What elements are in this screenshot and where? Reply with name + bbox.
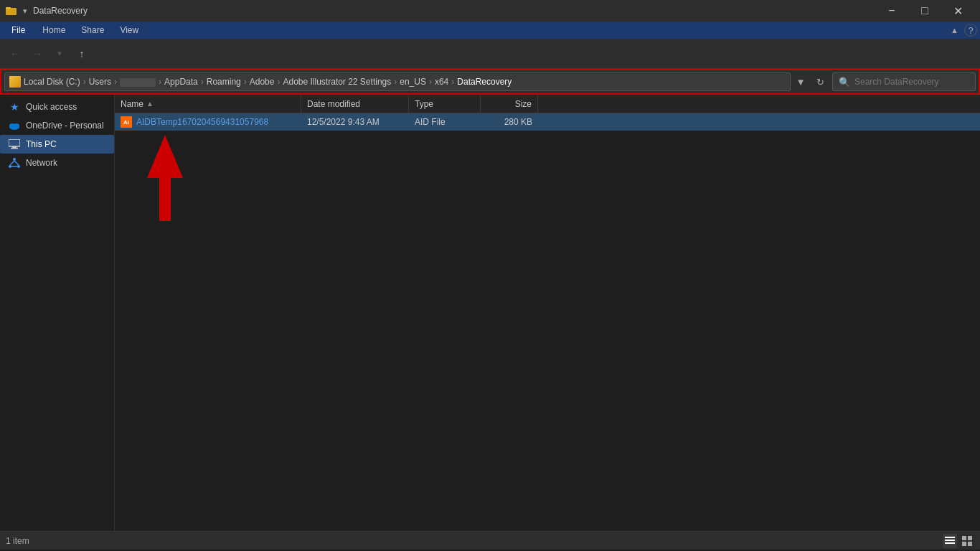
svg-rect-15 — [945, 537, 955, 538]
recent-locations-button[interactable]: ▼ — [49, 43, 70, 65]
svg-rect-5 — [9, 139, 20, 146]
maximize-button[interactable]: □ — [908, 0, 941, 22]
ribbon-tab-share[interactable]: Share — [74, 23, 111, 37]
status-bar: 1 item — [0, 531, 980, 550]
sidebar-this-pc-label: This PC — [26, 139, 57, 149]
file-cell-name: Ai AIDBTemp1670204569431057968 — [115, 113, 301, 131]
ribbon-chevron[interactable]: ▲ — [946, 26, 963, 34]
column-size-label: Size — [515, 99, 532, 109]
column-header-row: Name ▲ Date modified Type Size — [115, 95, 980, 113]
file-date: 12/5/2022 9:43 AM — [307, 117, 380, 127]
path-part-ai-settings: Adobe Illustrator 22 Settings — [283, 77, 391, 87]
svg-rect-18 — [962, 536, 966, 540]
svg-point-8 — [13, 158, 16, 161]
large-icons-view-button[interactable] — [960, 534, 974, 548]
column-header-size[interactable]: Size — [481, 95, 538, 113]
file-list: Ai AIDBTemp1670204569431057968 12/5/2022… — [115, 113, 980, 131]
svg-rect-6 — [12, 146, 17, 148]
title-bar-dropdown: ▾ — [23, 6, 27, 16]
path-part-current: DataRecovery — [457, 77, 512, 87]
sidebar-item-network[interactable]: Network — [0, 154, 114, 172]
path-part-appdata: AppData — [164, 77, 198, 87]
path-part-2: Users — [89, 77, 111, 87]
sidebar-item-this-pc[interactable]: This PC — [0, 135, 114, 154]
file-cell-date: 12/5/2022 9:43 AM — [301, 113, 409, 131]
file-name: AIDBTemp1670204569431057968 — [136, 117, 268, 127]
svg-line-12 — [14, 161, 19, 165]
file-type: AID File — [415, 117, 446, 127]
search-box[interactable]: 🔍 — [832, 72, 976, 91]
svg-rect-17 — [945, 542, 955, 544]
title-bar-left: ▾ DataRecovery — [6, 5, 88, 17]
sidebar-onedrive-label: OneDrive - Personal — [26, 121, 104, 131]
search-input[interactable] — [854, 77, 969, 87]
sidebar-quick-access-label: Quick access — [26, 102, 77, 112]
svg-rect-20 — [962, 542, 966, 546]
pc-icon — [9, 138, 20, 150]
title-bar: ▾ DataRecovery − □ ✕ — [0, 0, 980, 22]
title-folder-icon — [6, 5, 17, 17]
svg-rect-1 — [6, 7, 11, 9]
address-bar[interactable]: Local Disk (C:) › Users › › AppData › Ro… — [4, 72, 791, 91]
main-layout: ★ Quick access OneDrive - Personal — [0, 95, 980, 531]
sort-arrow-icon: ▲ — [146, 100, 154, 108]
close-button[interactable]: ✕ — [941, 0, 974, 22]
column-name-label: Name — [121, 99, 143, 109]
path-part-locale: en_US — [400, 77, 426, 87]
address-bar-container: Local Disk (C:) › Users › › AppData › Ro… — [0, 69, 980, 95]
network-icon — [9, 157, 20, 169]
ribbon-help[interactable]: ? — [964, 24, 977, 37]
sidebar-item-quick-access[interactable]: ★ Quick access — [0, 98, 114, 116]
address-path: Local Disk (C:) › Users › › AppData › Ro… — [24, 77, 512, 87]
column-header-date[interactable]: Date modified — [301, 95, 409, 113]
title-text: DataRecovery — [33, 6, 88, 16]
path-part-adobe: Adobe — [250, 77, 275, 87]
back-button[interactable]: ← — [4, 43, 26, 65]
column-header-type[interactable]: Type — [409, 95, 481, 113]
svg-rect-21 — [968, 542, 972, 546]
svg-line-11 — [10, 161, 14, 165]
details-view-button[interactable] — [943, 534, 957, 548]
svg-point-4 — [14, 123, 19, 128]
sidebar-item-onedrive[interactable]: OneDrive - Personal — [0, 116, 114, 135]
ribbon-tab-view[interactable]: View — [113, 23, 146, 37]
search-icon: 🔍 — [839, 77, 850, 88]
status-item-count: 1 item — [6, 536, 29, 546]
address-dropdown-button[interactable]: ▼ — [793, 72, 808, 91]
column-date-label: Date modified — [307, 99, 360, 109]
toolbar: ← → ▼ ↑ — [0, 39, 980, 69]
svg-rect-16 — [945, 540, 955, 541]
path-part-1: Local Disk (C:) — [24, 77, 80, 87]
column-header-name[interactable]: Name ▲ — [115, 95, 301, 113]
ribbon-file-tab[interactable]: File — [3, 22, 34, 39]
file-cell-size: 280 KB — [481, 113, 538, 131]
ribbon-bar: File Home Share View ▲ ? — [0, 22, 980, 39]
path-part-user — [120, 77, 156, 87]
address-refresh-button[interactable]: ↻ — [811, 72, 829, 91]
minimize-button[interactable]: − — [875, 0, 908, 22]
path-part-arch: x64 — [435, 77, 448, 87]
forward-button[interactable]: → — [27, 43, 48, 65]
file-content: Ai AIDBTemp1670204569431057968 12/5/2022… — [115, 113, 980, 531]
ai-file-icon: Ai — [121, 116, 132, 128]
svg-rect-19 — [968, 536, 972, 540]
column-type-label: Type — [415, 99, 433, 109]
table-row[interactable]: Ai AIDBTemp1670204569431057968 12/5/2022… — [115, 113, 980, 131]
cloud-icon — [9, 120, 20, 131]
file-cell-type: AID File — [409, 113, 481, 131]
file-size: 280 KB — [504, 117, 532, 127]
sidebar-network-label: Network — [26, 158, 57, 168]
svg-rect-7 — [11, 148, 18, 149]
nav-buttons: ← → ▼ ↑ — [4, 43, 93, 65]
content-area: Name ▲ Date modified Type Size Ai AIDBTe… — [115, 95, 980, 531]
star-icon: ★ — [9, 101, 20, 113]
status-right — [943, 534, 974, 548]
svg-marker-14 — [147, 135, 183, 221]
title-bar-controls: − □ ✕ — [875, 0, 974, 22]
up-button[interactable]: ↑ — [71, 43, 93, 65]
ribbon-tab-home[interactable]: Home — [35, 23, 72, 37]
sidebar: ★ Quick access OneDrive - Personal — [0, 95, 115, 531]
path-part-roaming: Roaming — [207, 77, 241, 87]
address-folder-icon — [9, 76, 21, 88]
annotation-arrow — [136, 135, 194, 223]
